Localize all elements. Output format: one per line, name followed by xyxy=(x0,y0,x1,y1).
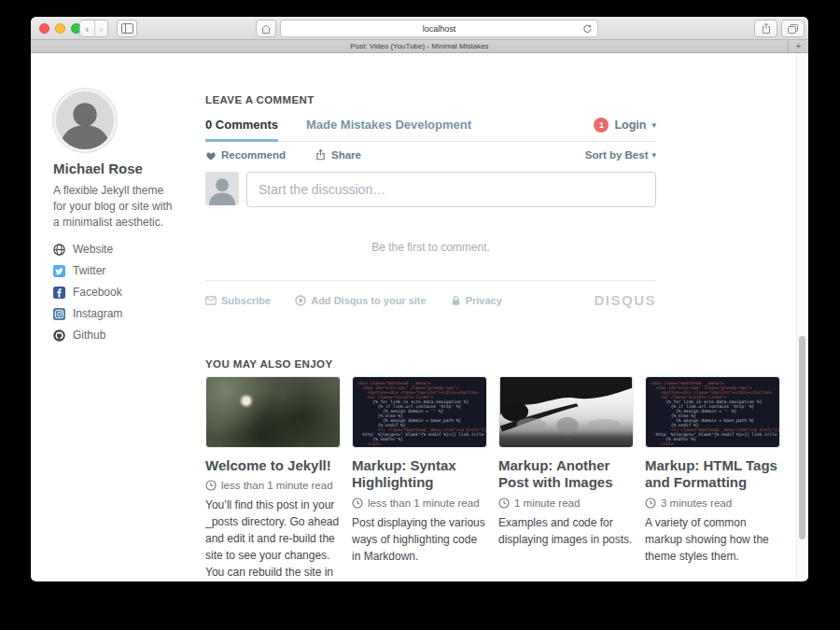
clock-icon xyxy=(645,497,656,509)
author-bio: A flexible Jekyll theme for your blog or… xyxy=(53,183,176,230)
author-links: Website Twitter Facebook xyxy=(53,243,184,342)
link-label: Facebook xyxy=(73,286,122,299)
link-label: Github xyxy=(73,329,105,342)
address-bar[interactable]: localhost xyxy=(280,20,598,37)
related-card: <div class="masthead __menu"> <nav id="s… xyxy=(645,376,780,581)
sidebar-item-twitter[interactable]: Twitter xyxy=(53,264,184,277)
post-thumbnail-moss-photo[interactable] xyxy=(205,376,341,448)
post-excerpt: A variety of common markup showing how t… xyxy=(645,514,780,565)
facebook-icon xyxy=(53,287,65,299)
share-label: Share xyxy=(331,149,361,161)
read-time: 1 minute read xyxy=(514,497,580,509)
browser-window: ‹ › localhost xyxy=(31,17,808,581)
post-title[interactable]: Markup: Syntax Highlighting xyxy=(352,457,487,492)
post-excerpt: Examples and code for displaying images … xyxy=(498,514,634,548)
instagram-icon xyxy=(53,308,65,320)
recommend-label: Recommend xyxy=(221,149,286,161)
home-icon xyxy=(260,23,272,35)
tab-community[interactable]: Made Mistakes Development xyxy=(306,118,471,132)
subscribe-label: Subscribe xyxy=(221,295,271,306)
related-cards: Welcome to Jekyll! less than 1 minute re… xyxy=(205,376,782,581)
post-thumbnail-code-screenshot[interactable]: <div class="masthead __menu"> <nav id="s… xyxy=(352,376,487,448)
add-disqus-link[interactable]: Add Disqus to your site xyxy=(295,295,426,306)
back-button[interactable]: ‹ xyxy=(80,21,94,36)
post-excerpt: Post displaying the various ways of high… xyxy=(352,514,487,565)
clock-icon xyxy=(205,480,217,491)
empty-state-message: Be the first to comment. xyxy=(205,241,656,254)
sidebar-toggle-button[interactable] xyxy=(117,20,137,37)
subscribe-link[interactable]: Subscribe xyxy=(205,295,271,306)
post-title[interactable]: Markup: Another Post with Images xyxy=(498,457,634,492)
disqus-logo[interactable]: DISQUS xyxy=(594,292,656,308)
privacy-link[interactable]: Privacy xyxy=(451,295,502,306)
page-viewport: Michael Rose A flexible Jekyll theme for… xyxy=(31,53,808,581)
home-button[interactable] xyxy=(256,20,276,37)
sidebar-item-website[interactable]: Website xyxy=(53,243,184,256)
sort-by-dropdown[interactable]: Sort by Best ▾ xyxy=(585,149,656,161)
scrollbar-thumb[interactable] xyxy=(799,336,805,539)
sidebar-item-github[interactable]: Github xyxy=(53,329,184,342)
chevron-down-icon: ▾ xyxy=(651,120,656,130)
tab-bar: Post: Video (YouTube) - Minimal Mistakes… xyxy=(31,40,808,53)
guest-avatar xyxy=(205,172,239,205)
disqus-icon xyxy=(295,295,306,306)
post-excerpt: You’ll find this post in your _posts dir… xyxy=(205,497,341,581)
show-all-tabs-button[interactable] xyxy=(781,20,805,37)
sidebar-item-facebook[interactable]: Facebook xyxy=(53,286,184,299)
envelope-icon xyxy=(205,296,217,305)
author-sidebar: Michael Rose A flexible Jekyll theme for… xyxy=(53,89,184,342)
post-title[interactable]: Markup: HTML Tags and Formatting xyxy=(645,457,780,492)
globe-icon xyxy=(53,244,65,256)
sidebar-item-instagram[interactable]: Instagram xyxy=(53,307,184,320)
post-meta: less than 1 minute read xyxy=(352,497,487,509)
sidebar-icon xyxy=(121,23,133,34)
share-arrow-icon xyxy=(315,149,327,161)
comments-heading: LEAVE A COMMENT xyxy=(205,94,782,105)
read-time: less than 1 minute read xyxy=(221,480,333,491)
disqus-actions: Recommend Share Sort by Best ▾ xyxy=(205,149,656,161)
reload-icon[interactable] xyxy=(582,23,593,35)
new-tab-button[interactable]: + xyxy=(788,40,808,52)
share-icon xyxy=(761,22,772,35)
share-button[interactable] xyxy=(754,20,777,37)
avatar xyxy=(53,89,117,152)
post-title[interactable]: Welcome to Jekyll! xyxy=(205,457,341,474)
comment-compose-row xyxy=(205,172,656,207)
read-time: 3 minutes read xyxy=(661,497,732,509)
notification-badge[interactable]: 1 xyxy=(594,118,609,133)
person-silhouette-icon xyxy=(205,172,239,205)
chevron-down-icon: ▾ xyxy=(651,150,656,160)
disqus-tabs: 0 Comments Made Mistakes Development 1 L… xyxy=(205,118,656,142)
person-silhouette-icon xyxy=(56,91,114,149)
tab-comment-count[interactable]: 0 Comments xyxy=(205,118,278,141)
add-disqus-label: Add Disqus to your site xyxy=(311,295,426,306)
share-thread-button[interactable]: Share xyxy=(315,149,361,161)
comment-input[interactable] xyxy=(246,172,656,207)
related-posts-section: YOU MAY ALSO ENJOY Welcome to Jekyll! le… xyxy=(205,358,782,581)
close-window-button[interactable] xyxy=(39,23,49,34)
clock-icon xyxy=(498,497,510,509)
tabs-icon xyxy=(787,23,799,35)
login-label: Login xyxy=(614,119,646,132)
post-thumbnail-code-screenshot[interactable]: <div class="masthead __menu"> <nav id="s… xyxy=(645,376,780,448)
clock-icon xyxy=(352,497,363,509)
forward-button[interactable]: › xyxy=(94,21,108,36)
login-button[interactable]: 1 Login ▾ xyxy=(594,118,656,133)
active-tab-title: Post: Video (YouTube) - Minimal Mistakes xyxy=(350,42,488,50)
privacy-label: Privacy xyxy=(466,295,502,306)
disqus-widget: 0 Comments Made Mistakes Development 1 L… xyxy=(205,118,656,308)
recommend-button[interactable]: Recommend xyxy=(205,149,286,161)
tree-photo-graphic xyxy=(499,377,633,447)
heart-icon xyxy=(205,150,217,161)
link-label: Website xyxy=(73,243,113,256)
related-card: <div class="masthead __menu"> <nav id="s… xyxy=(352,376,487,581)
browser-toolbar: ‹ › localhost xyxy=(31,17,808,40)
history-nav-group: ‹ › xyxy=(79,20,108,37)
divider xyxy=(205,280,656,281)
post-meta: less than 1 minute read xyxy=(205,480,341,491)
related-card: Welcome to Jekyll! less than 1 minute re… xyxy=(205,376,341,581)
scrollbar-track xyxy=(796,53,808,581)
post-thumbnail-tree-photo[interactable] xyxy=(498,376,634,448)
link-label: Instagram xyxy=(73,307,122,320)
minimize-window-button[interactable] xyxy=(55,23,65,34)
